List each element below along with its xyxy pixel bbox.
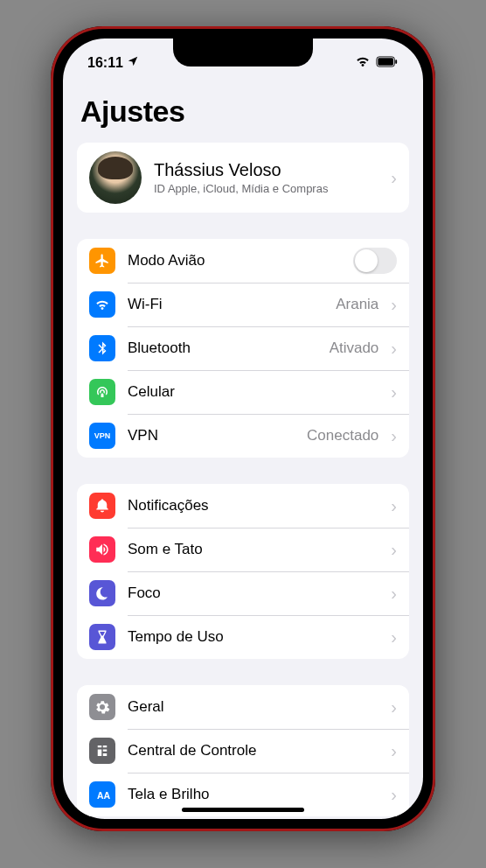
settings-row-airplane[interactable]: Modo Avião (77, 239, 409, 283)
settings-content[interactable]: Ajustes Thássius Veloso ID Apple, iCloud… (63, 77, 423, 819)
svg-rect-1 (378, 58, 393, 65)
settings-group: Modo AviãoWi-FiArania›BluetoothAtivado›C… (77, 239, 409, 458)
page-title: Ajustes (80, 94, 406, 129)
wifi-icon (89, 291, 115, 318)
settings-row-focus[interactable]: Foco› (77, 571, 409, 615)
profile-subtitle: ID Apple, iCloud, Mídia e Compras (154, 182, 378, 195)
chevron-right-icon: › (391, 382, 397, 402)
row-label: Tempo de Uso (128, 628, 378, 646)
sounds-icon (89, 536, 115, 563)
settings-row-sounds[interactable]: Som e Tato› (77, 528, 409, 571)
row-label: Celular (128, 383, 378, 401)
chevron-right-icon: › (391, 295, 397, 315)
profile-group: Thássius Veloso ID Apple, iCloud, Mídia … (77, 143, 409, 213)
row-value: Arania (336, 296, 378, 313)
status-time: 16:11 (87, 55, 123, 71)
svg-text:AA: AA (97, 790, 110, 801)
row-label: Foco (128, 584, 378, 602)
phone-frame: 16:11 Ajustes Thássius V (51, 26, 435, 831)
screentime-icon (89, 624, 115, 650)
screen: 16:11 Ajustes Thássius V (63, 38, 423, 819)
row-label: Bluetooth (128, 340, 317, 357)
row-label: Notificações (128, 497, 378, 514)
settings-group: Geral›Central de Controle›AATela e Brilh… (77, 685, 409, 816)
row-label: Central de Controle (128, 742, 378, 760)
settings-group: Notificações›Som e Tato›Foco›Tempo de Us… (77, 484, 409, 659)
airplane-toggle[interactable] (353, 248, 397, 274)
row-label: Geral (128, 698, 378, 716)
chevron-right-icon: › (391, 540, 397, 560)
settings-row-wifi[interactable]: Wi-FiArania› (77, 283, 409, 326)
vpn-icon: VPN (89, 423, 115, 449)
avatar (89, 151, 142, 204)
chevron-right-icon: › (391, 496, 397, 516)
notch (173, 38, 313, 66)
chevron-right-icon: › (391, 741, 397, 761)
row-label: Modo Avião (128, 252, 341, 270)
svg-rect-2 (395, 60, 397, 64)
display-icon: AA (89, 781, 115, 808)
settings-row-cellular[interactable]: Celular› (77, 370, 409, 414)
chevron-right-icon: › (391, 168, 397, 188)
settings-row-screentime[interactable]: Tempo de Uso› (77, 615, 409, 659)
bluetooth-icon (89, 335, 115, 361)
airplane-icon (89, 248, 115, 274)
wifi-status-icon (355, 53, 371, 73)
home-indicator[interactable] (182, 808, 304, 812)
row-label: VPN (128, 427, 295, 444)
settings-row-general[interactable]: Geral› (77, 685, 409, 729)
controlcenter-icon (89, 738, 115, 764)
chevron-right-icon: › (391, 584, 397, 604)
chevron-right-icon: › (391, 785, 397, 805)
row-label: Wi-Fi (128, 296, 323, 313)
profile-name: Thássius Veloso (154, 160, 378, 180)
profile-row[interactable]: Thássius Veloso ID Apple, iCloud, Mídia … (77, 143, 409, 213)
cellular-icon (89, 379, 115, 405)
chevron-right-icon: › (391, 627, 397, 648)
chevron-right-icon: › (391, 697, 397, 718)
chevron-right-icon: › (391, 426, 397, 446)
chevron-right-icon: › (391, 339, 397, 359)
notifications-icon (89, 493, 115, 519)
row-value: Ativado (330, 340, 379, 357)
settings-row-notifications[interactable]: Notificações› (77, 484, 409, 528)
settings-row-bluetooth[interactable]: BluetoothAtivado› (77, 326, 409, 370)
settings-row-controlcenter[interactable]: Central de Controle› (77, 729, 409, 773)
battery-status-icon (376, 55, 399, 71)
settings-row-vpn[interactable]: VPNVPNConectado› (77, 414, 409, 458)
row-value: Conectado (307, 427, 378, 444)
row-label: Som e Tato (128, 541, 378, 558)
focus-icon (89, 580, 115, 606)
location-icon (127, 55, 139, 71)
row-label: Tela e Brilho (128, 786, 378, 803)
general-icon (89, 694, 115, 720)
